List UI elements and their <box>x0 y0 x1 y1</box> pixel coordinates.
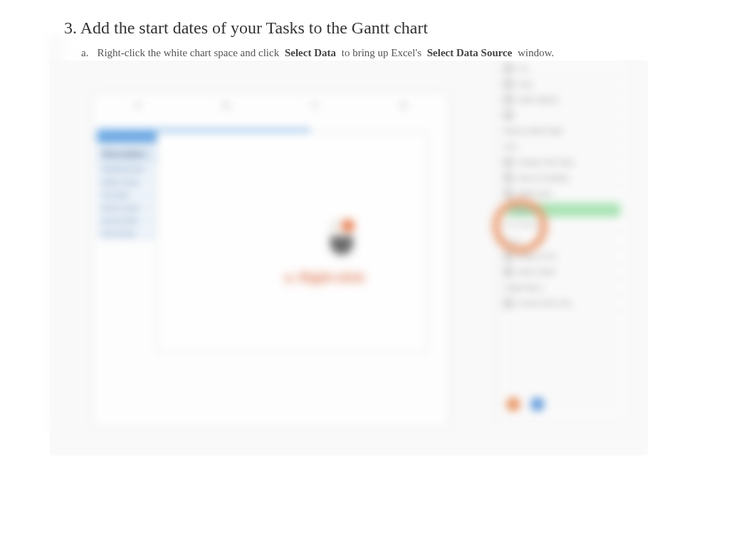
empty-chart-area <box>157 132 427 352</box>
context-menu-panel: Cut Copy Paste Options: Reset to Match S… <box>498 61 626 420</box>
bold-select-data: Select Data <box>285 47 336 58</box>
select-data-circle-annotation <box>493 199 547 253</box>
menu-item-font: Font... <box>499 139 626 154</box>
text-part-2: to bring up Excel's <box>342 47 421 58</box>
menu-item-paste: Paste Options: <box>499 92 626 107</box>
menu-item-change-chart: Change Chart Type... <box>499 154 626 170</box>
column-headers: A B C D <box>93 100 448 115</box>
substep-letter: a. <box>81 47 88 59</box>
paste-icon <box>503 95 513 105</box>
right-click-annotation: a. Right-click <box>285 270 364 285</box>
cut-icon <box>503 63 513 73</box>
heading-text: Add the start dates of your Tasks to the… <box>80 19 428 37</box>
col-d: D <box>359 100 448 115</box>
substep-text: Right-click the white chart space and cl… <box>97 47 554 59</box>
mouse-right-button-highlight <box>342 219 355 232</box>
menu-item-reset: Reset to Match Style <box>499 123 626 139</box>
format-icon <box>503 298 513 308</box>
bold-select-data-source: Select Data Source <box>427 47 513 58</box>
menu-item-save-template: Save as Template... <box>499 170 626 186</box>
section-heading: 3. Add the start dates of your Tasks to … <box>64 19 428 38</box>
heading-number: 3. <box>64 19 77 37</box>
text-part-3: window. <box>518 47 554 58</box>
front-icon <box>503 251 513 261</box>
orange-circle-icon <box>506 397 520 411</box>
col-a: A <box>93 100 182 115</box>
menu-item-format: Format Chart Area... <box>499 295 626 311</box>
text-part-1: Right-click the white chart space and cl… <box>97 47 279 58</box>
generic-icon <box>503 110 513 120</box>
bottom-icon-row <box>506 397 545 411</box>
copy-icon <box>503 79 513 89</box>
mouse-icon <box>327 221 356 263</box>
chart-icon <box>503 157 513 167</box>
template-icon <box>503 173 513 183</box>
select-data-icon <box>503 189 513 199</box>
mouse-body <box>330 221 353 255</box>
menu-item-cut: Cut <box>499 61 626 76</box>
blue-circle-icon <box>530 397 545 411</box>
back-icon <box>503 267 513 277</box>
header-description: Description <box>103 149 146 161</box>
col-c: C <box>271 100 359 115</box>
menu-item-back: Send to Back <box>499 264 626 280</box>
menu-item-copy: Copy <box>499 76 626 92</box>
highlight-extension <box>539 203 621 217</box>
col-b: B <box>182 100 271 115</box>
blurred-excel-content: A B C D Description Start Date Marketing… <box>50 61 648 456</box>
tutorial-screenshot: A B C D Description Start Date Marketing… <box>50 61 648 456</box>
substep-line: a. Right-click the white chart space and… <box>81 47 554 59</box>
menu-item-macro: Assign Macro... <box>499 280 626 295</box>
menu-item <box>499 107 626 123</box>
